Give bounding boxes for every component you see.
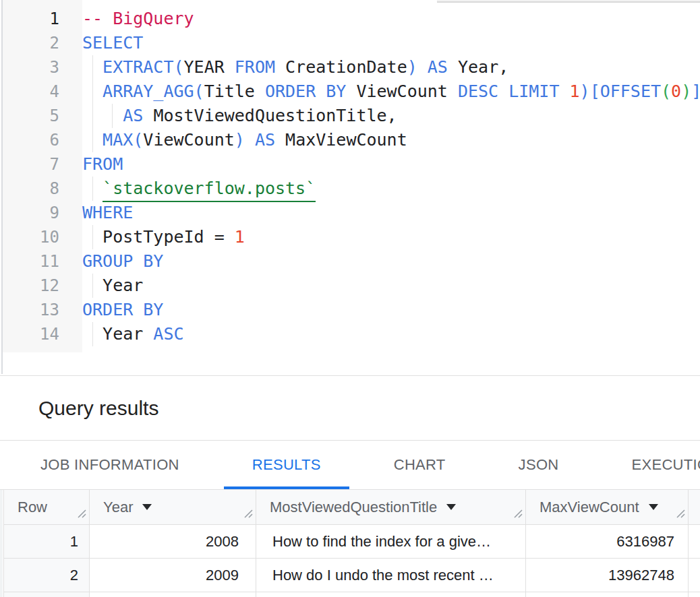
- line-number: 13: [0, 298, 59, 322]
- table-cell: 13962748: [526, 559, 689, 592]
- line-number: 14: [0, 322, 59, 346]
- code-line[interactable]: 8 `stackoverflow.posts`: [0, 177, 700, 201]
- code-line[interactable]: 14 Year ASC: [0, 322, 700, 346]
- table-cell: 2: [3, 559, 90, 592]
- line-number: 5: [0, 104, 59, 128]
- tab-label: RESULTS: [252, 456, 321, 474]
- line-number: 6: [0, 128, 59, 152]
- editor-horizontal-scrollbar[interactable]: [437, 0, 700, 3]
- tab-job-information[interactable]: JOB INFORMATION: [12, 441, 208, 489]
- table-cell: How do I undo the most recent …: [256, 559, 526, 592]
- tab-results[interactable]: RESULTS: [224, 441, 349, 489]
- code-text: EXTRACT(YEAR FROM CreationDate) AS Year,: [82, 55, 700, 80]
- code-text: Year ASC: [82, 322, 700, 346]
- code-text: ORDER BY: [82, 298, 700, 322]
- sql-editor[interactable]: 1-- BigQuery2SELECT3 EXTRACT(YEAR FROM C…: [0, 0, 700, 375]
- indent-guide: [92, 225, 93, 249]
- results-tab-bar: JOB INFORMATIONRESULTSCHARTJSONEXECUTION…: [0, 441, 700, 489]
- tab-label: EXECUTION DETAILS: [631, 456, 700, 474]
- tab-chart[interactable]: CHART: [366, 441, 474, 489]
- code-text: MAX(ViewCount) AS MaxViewCount: [82, 128, 700, 152]
- column-header-label: MaxViewCount: [539, 499, 639, 516]
- query-results-title: Query results: [38, 396, 158, 420]
- line-number: 1: [0, 7, 59, 31]
- sort-dropdown-icon: [142, 504, 152, 510]
- column-resize-handle[interactable]: [674, 505, 685, 522]
- code-line[interactable]: 12 Year: [0, 274, 700, 298]
- line-number: 7: [0, 152, 59, 177]
- code-text: `stackoverflow.posts`: [82, 177, 700, 201]
- table-cell: [689, 559, 700, 592]
- indent-guide: [92, 55, 93, 152]
- code-text: -- BigQuery: [82, 7, 700, 31]
- column-resize-handle[interactable]: [512, 505, 523, 522]
- code-line[interactable]: 4 ARRAY_AGG(Title ORDER BY ViewCount DES…: [0, 80, 700, 104]
- column-header-blank[interactable]: [689, 490, 700, 525]
- code-text: AS MostViewedQuestionTitle,: [82, 104, 700, 128]
- column-resize-handle[interactable]: [76, 505, 86, 522]
- tab-execution-details[interactable]: EXECUTION DETAILS: [603, 441, 700, 489]
- indent-guide: [92, 322, 93, 346]
- line-number: 2: [0, 31, 59, 55]
- code-text: FROM: [82, 152, 700, 177]
- results-table: RowYearMostViewedQuestionTitleMaxViewCou…: [3, 490, 700, 597]
- table-cell: How to find the index for a give…: [256, 525, 526, 559]
- code-line[interactable]: 11GROUP BY: [0, 249, 700, 274]
- table-reference-link[interactable]: `stackoverflow.posts`: [103, 177, 316, 202]
- code-line[interactable]: 1-- BigQuery: [0, 7, 700, 31]
- table-cell: 6316987: [526, 525, 689, 559]
- table-cell-partial: [90, 592, 256, 597]
- column-header-maxviewcount[interactable]: MaxViewCount: [526, 490, 689, 525]
- table-vertical-scrollbar[interactable]: [0, 490, 3, 597]
- line-number: 11: [0, 249, 59, 274]
- column-header-label: MostViewedQuestionTitle: [270, 499, 437, 516]
- code-text: ARRAY_AGG(Title ORDER BY ViewCount DESC …: [82, 80, 700, 104]
- code-line[interactable]: 5 AS MostViewedQuestionTitle,: [0, 104, 700, 128]
- table-cell: 1: [3, 525, 90, 559]
- code-line[interactable]: 13ORDER BY: [0, 298, 700, 322]
- tab-label: CHART: [394, 456, 446, 474]
- column-header-label: Row: [18, 499, 47, 516]
- table-cell: 2008: [90, 525, 256, 559]
- code-text: Year: [82, 274, 700, 298]
- code-line[interactable]: 7FROM: [0, 152, 700, 177]
- code-line[interactable]: 2SELECT: [0, 31, 700, 55]
- table-cell-partial: [3, 592, 90, 597]
- indent-guide: [92, 274, 93, 298]
- line-number: 10: [0, 225, 59, 249]
- code-line[interactable]: 3 EXTRACT(YEAR FROM CreationDate) AS Yea…: [0, 55, 700, 80]
- code-text: GROUP BY: [82, 249, 700, 274]
- code-text: WHERE: [82, 201, 700, 225]
- table-cell: 2009: [90, 559, 256, 592]
- sort-dropdown-icon: [446, 504, 456, 510]
- code-text: SELECT: [82, 31, 700, 55]
- bigquery-workspace: { "colors": { "accent": "#1a73e8", "keyw…: [0, 0, 700, 597]
- table-cell-partial: [689, 592, 700, 597]
- column-header-label: Year: [103, 499, 133, 516]
- tab-label: JOB INFORMATION: [40, 456, 179, 474]
- line-number: 12: [0, 274, 59, 298]
- line-number: 4: [0, 80, 59, 104]
- table-cell-partial: [526, 592, 689, 597]
- line-number: 9: [0, 201, 59, 225]
- code-line[interactable]: 9WHERE: [0, 201, 700, 225]
- column-header-row[interactable]: Row: [3, 490, 90, 525]
- table-cell-partial: [256, 592, 526, 597]
- code-line[interactable]: 6 MAX(ViewCount) AS MaxViewCount: [0, 128, 700, 152]
- indent-guide: [112, 104, 113, 128]
- indent-guide: [92, 177, 93, 201]
- code-line[interactable]: 10 PostTypeId = 1: [0, 225, 700, 249]
- code-lines: 1-- BigQuery2SELECT3 EXTRACT(YEAR FROM C…: [0, 7, 700, 346]
- editor-results-divider: [0, 375, 700, 376]
- sort-dropdown-icon: [649, 504, 658, 510]
- column-resize-handle[interactable]: [242, 505, 253, 522]
- table-cell: [689, 525, 700, 559]
- tab-json[interactable]: JSON: [490, 441, 587, 489]
- line-number: 3: [0, 55, 59, 80]
- tab-label: JSON: [519, 456, 559, 474]
- line-number: 8: [0, 177, 59, 201]
- code-text: PostTypeId = 1: [82, 225, 700, 249]
- column-header-year[interactable]: Year: [90, 490, 256, 525]
- column-header-mostviewedquestiontitle[interactable]: MostViewedQuestionTitle: [256, 490, 526, 525]
